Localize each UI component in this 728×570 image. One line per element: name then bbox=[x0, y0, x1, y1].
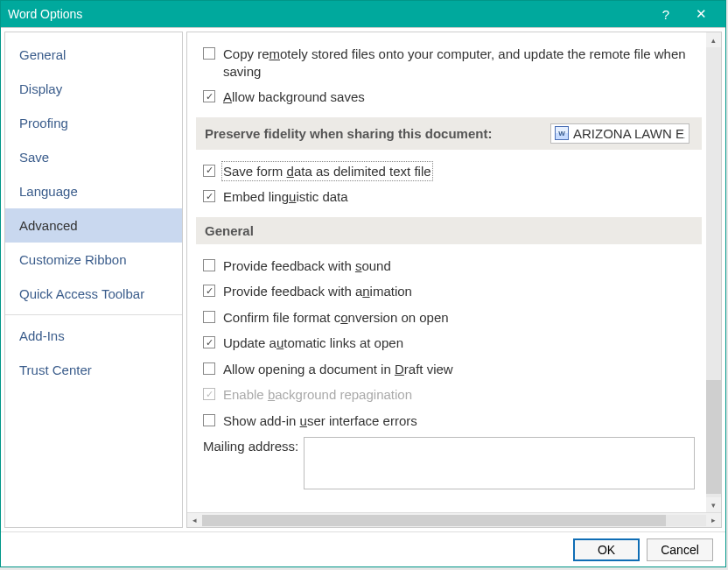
section-general: General bbox=[196, 217, 702, 244]
label-allow-bg-saves: Allow background saves bbox=[223, 88, 365, 106]
sidebar-item-quick-access[interactable]: Quick Access Toolbar bbox=[5, 277, 182, 311]
label-addin-errors: Show add-in user interface errors bbox=[223, 412, 417, 430]
option-save-form-data: Save form data as delimited text file bbox=[203, 158, 702, 185]
checkbox-update-links[interactable] bbox=[203, 336, 215, 348]
word-doc-icon: W bbox=[555, 126, 569, 140]
label-feedback-sound: Provide feedback with sound bbox=[223, 257, 391, 275]
sidebar-item-customize-ribbon[interactable]: Customize Ribbon bbox=[5, 243, 182, 277]
option-addin-errors: Show add-in user interface errors bbox=[203, 408, 702, 434]
mailing-address-input[interactable] bbox=[304, 437, 695, 489]
sidebar-item-save[interactable]: Save bbox=[5, 140, 182, 174]
checkbox-copy-remote[interactable] bbox=[203, 47, 215, 60]
sidebar-divider bbox=[5, 314, 182, 315]
option-feedback-animation: Provide feedback with animation bbox=[203, 278, 702, 305]
label-update-links: Update automatic links at open bbox=[223, 334, 403, 352]
vscroll-thumb[interactable] bbox=[706, 380, 721, 494]
label-feedback-animation: Provide feedback with animation bbox=[223, 283, 412, 300]
main-panel: Copy remotely stored files onto your com… bbox=[186, 32, 722, 528]
vertical-scrollbar[interactable]: ▴ ▾ bbox=[706, 32, 721, 512]
option-draft-view: Allow opening a document in Draft view bbox=[203, 356, 702, 383]
checkbox-confirm-format[interactable] bbox=[203, 311, 215, 323]
option-allow-bg-saves: Allow background saves bbox=[203, 84, 702, 110]
dialog-footer: OK Cancel bbox=[1, 531, 725, 566]
label-draft-view: Allow opening a document in Draft view bbox=[223, 361, 453, 378]
section-preserve-fidelity: Preserve fidelity when sharing this docu… bbox=[196, 117, 702, 150]
hscroll-track[interactable] bbox=[202, 515, 706, 526]
cancel-button[interactable]: Cancel bbox=[647, 538, 713, 561]
checkbox-embed-linguistic[interactable] bbox=[203, 190, 215, 202]
close-button[interactable]: ✕ bbox=[683, 1, 718, 27]
main-scroll-area: Copy remotely stored files onto your com… bbox=[187, 32, 721, 512]
document-selector[interactable]: W ARIZONA LAWN EXP bbox=[550, 123, 690, 144]
sidebar-item-trust-center[interactable]: Trust Center bbox=[5, 353, 182, 387]
option-embed-linguistic: Embed linguistic data bbox=[203, 184, 702, 210]
scroll-left-icon[interactable]: ◂ bbox=[187, 513, 202, 528]
ok-button[interactable]: OK bbox=[573, 538, 640, 561]
checkbox-allow-bg-saves[interactable] bbox=[203, 90, 215, 102]
checkbox-feedback-animation[interactable] bbox=[203, 285, 215, 297]
label-bg-repagination: Enable background repagination bbox=[223, 386, 412, 404]
option-bg-repagination: Enable background repagination bbox=[203, 382, 702, 408]
help-button[interactable]: ? bbox=[648, 1, 683, 27]
label-save-form-data: Save form data as delimited text file bbox=[223, 163, 431, 180]
sidebar-item-addins[interactable]: Add-Ins bbox=[5, 319, 182, 353]
sidebar-item-general[interactable]: General bbox=[5, 38, 182, 72]
dialog-body: General Display Proofing Save Language A… bbox=[1, 27, 725, 531]
sidebar-item-language[interactable]: Language bbox=[5, 174, 182, 208]
checkbox-addin-errors[interactable] bbox=[203, 414, 215, 426]
label-confirm-format: Confirm file format conversion on open bbox=[223, 309, 449, 327]
horizontal-scrollbar[interactable]: ◂ ▸ bbox=[187, 512, 721, 527]
sidebar-item-display[interactable]: Display bbox=[5, 72, 182, 106]
checkbox-draft-view[interactable] bbox=[203, 362, 215, 375]
option-copy-remote: Copy remotely stored files onto your com… bbox=[203, 41, 702, 84]
option-feedback-sound: Provide feedback with sound bbox=[203, 253, 702, 279]
label-embed-linguistic: Embed linguistic data bbox=[223, 188, 348, 206]
mailing-address-row: Mailing address: bbox=[203, 433, 702, 493]
mailing-address-label: Mailing address: bbox=[203, 437, 298, 454]
hscroll-thumb[interactable] bbox=[202, 515, 666, 526]
vscroll-track[interactable] bbox=[706, 47, 721, 497]
checkbox-feedback-sound[interactable] bbox=[203, 259, 215, 271]
option-confirm-format: Confirm file format conversion on open bbox=[203, 305, 702, 331]
scroll-right-icon[interactable]: ▸ bbox=[706, 513, 721, 528]
document-name: ARIZONA LAWN EXP bbox=[573, 126, 685, 141]
scroll-down-icon[interactable]: ▾ bbox=[706, 497, 721, 512]
word-options-dialog: Word Options ? ✕ General Display Proofin… bbox=[0, 0, 726, 567]
section-preserve-title: Preserve fidelity when sharing this docu… bbox=[205, 126, 492, 141]
label-copy-remote: Copy remotely stored files onto your com… bbox=[223, 46, 702, 80]
checkbox-bg-repagination bbox=[203, 388, 215, 400]
scroll-up-icon[interactable]: ▴ bbox=[706, 32, 721, 47]
sidebar-item-advanced[interactable]: Advanced bbox=[5, 208, 182, 243]
option-update-links: Update automatic links at open bbox=[203, 330, 702, 356]
category-sidebar: General Display Proofing Save Language A… bbox=[4, 32, 183, 528]
titlebar: Word Options ? ✕ bbox=[1, 1, 725, 27]
window-title: Word Options bbox=[8, 7, 648, 21]
checkbox-save-form-data[interactable] bbox=[203, 165, 215, 177]
sidebar-item-proofing[interactable]: Proofing bbox=[5, 106, 182, 140]
